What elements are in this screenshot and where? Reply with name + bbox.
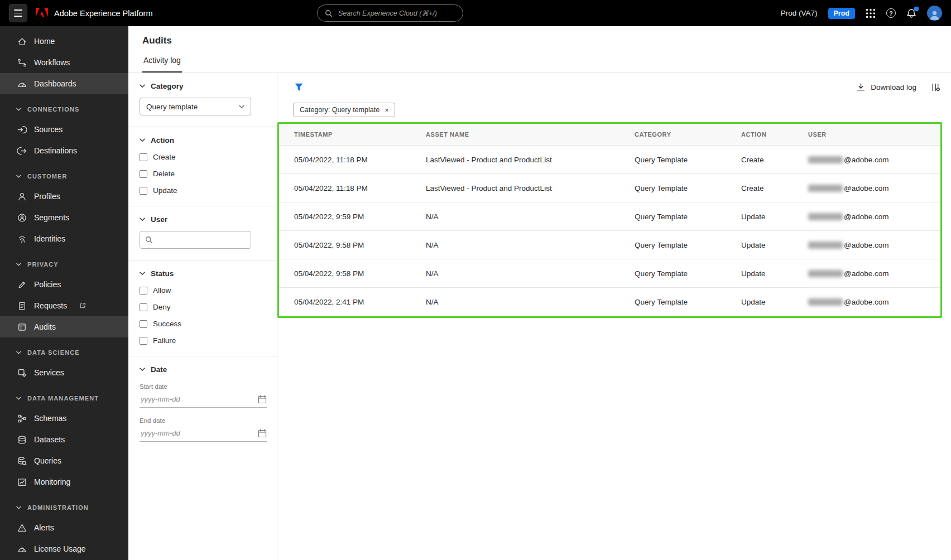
sidebar-item-segments[interactable]: Segments xyxy=(0,207,128,228)
redacted-username xyxy=(808,213,843,220)
column-header-action[interactable]: ACTION xyxy=(741,131,808,138)
sidebar-item-label: Audits xyxy=(34,322,56,331)
checkbox-box[interactable] xyxy=(140,320,147,328)
checkbox-box[interactable] xyxy=(140,153,147,161)
sidebar-item-monitoring[interactable]: Monitoring xyxy=(0,471,128,493)
global-search-input[interactable] xyxy=(337,9,455,18)
checkbox-failure[interactable]: Failure xyxy=(140,336,266,345)
checkbox-label: Delete xyxy=(153,170,175,178)
table-row[interactable]: 05/04/2022, 11:18 PM LastViewed - Produc… xyxy=(279,174,940,202)
global-search[interactable] xyxy=(317,4,463,22)
filter-section-label: Action xyxy=(151,136,174,144)
calendar-icon[interactable] xyxy=(258,429,267,438)
cell-timestamp: 05/04/2022, 2:41 PM xyxy=(279,298,426,306)
checkbox-box[interactable] xyxy=(140,303,147,311)
chevron-down-icon xyxy=(16,175,21,178)
sidebar-item-dashboards[interactable]: Dashboards xyxy=(0,73,128,94)
user-search-field[interactable] xyxy=(140,231,251,249)
end-date-field[interactable] xyxy=(140,425,267,442)
column-header-asset-name[interactable]: ASSET NAME xyxy=(426,131,635,138)
download-log-button[interactable]: Download log xyxy=(856,83,916,92)
sidebar-item-queries[interactable]: Queries xyxy=(0,450,128,471)
table-row[interactable]: 05/04/2022, 9:58 PM N/A Query Template U… xyxy=(279,231,940,259)
brand: Adobe Experience Platform xyxy=(36,8,153,18)
checkbox-delete[interactable]: Delete xyxy=(140,170,266,178)
sidebar-item-policies[interactable]: Policies xyxy=(0,274,128,295)
sidebar-section-customer[interactable]: CUSTOMER xyxy=(0,167,128,186)
sidebar-item-home[interactable]: Home xyxy=(0,31,128,52)
chevron-down-icon xyxy=(140,368,145,371)
sidebar-item-label: Identities xyxy=(34,234,65,243)
sidebar-item-license-usage[interactable]: License Usage xyxy=(0,538,128,559)
app-switcher-icon[interactable] xyxy=(866,8,876,18)
cell-user: @adobe.com xyxy=(808,298,940,306)
sidebar-section-administration[interactable]: ADMINISTRATION xyxy=(0,498,128,517)
filter-chip-label: Category: Query template xyxy=(300,106,380,114)
toolbar-right: Download log xyxy=(856,83,940,92)
sidebar-item-destinations[interactable]: Destinations xyxy=(0,140,128,161)
checkbox-box[interactable] xyxy=(140,287,147,295)
filter-section-status-header[interactable]: Status xyxy=(140,269,266,278)
checkbox-success[interactable]: Success xyxy=(140,320,266,328)
filter-section-user-header[interactable]: User xyxy=(140,215,266,224)
user-search-input[interactable] xyxy=(157,235,246,245)
redacted-username xyxy=(808,270,843,277)
checkbox-create[interactable]: Create xyxy=(140,153,266,161)
checkbox-box[interactable] xyxy=(140,170,147,178)
tab-activity-log[interactable]: Activity log xyxy=(142,56,182,73)
filter-section-action-header[interactable]: Action xyxy=(140,136,266,144)
sidebar-item-label: Workflows xyxy=(34,58,70,67)
sidebar-item-alerts[interactable]: Alerts xyxy=(0,517,128,538)
category-select[interactable]: Query template xyxy=(140,98,251,115)
sidebar-item-sources[interactable]: Sources xyxy=(0,119,128,140)
filter-section-category-header[interactable]: Category xyxy=(140,82,266,90)
table-row[interactable]: 05/04/2022, 2:41 PM N/A Query Template U… xyxy=(279,288,940,316)
sidebar-item-label: Sources xyxy=(34,125,63,134)
checkbox-update[interactable]: Update xyxy=(140,186,266,195)
table-header-row: TIMESTAMP ASSET NAME CATEGORY ACTION USE… xyxy=(279,124,940,146)
column-settings-icon[interactable] xyxy=(931,83,940,92)
sidebar-item-workflows[interactable]: Workflows xyxy=(0,52,128,73)
sidebar-section-privacy[interactable]: PRIVACY xyxy=(0,255,128,274)
sidebar-item-datasets[interactable]: Datasets xyxy=(0,429,128,450)
cell-timestamp: 05/04/2022, 11:18 PM xyxy=(279,156,426,164)
user-domain: @adobe.com xyxy=(844,269,889,278)
filter-funnel-icon[interactable] xyxy=(294,83,304,92)
close-icon[interactable]: × xyxy=(385,107,389,114)
checkbox-allow[interactable]: Allow xyxy=(140,286,266,295)
hamburger-menu-icon[interactable] xyxy=(9,4,27,22)
adobe-logo-icon xyxy=(36,8,48,18)
sidebar-item-requests[interactable]: Requests xyxy=(0,295,128,316)
help-icon[interactable]: ? xyxy=(886,8,896,18)
sidebar-item-schemas[interactable]: Schemas xyxy=(0,408,128,429)
column-header-user[interactable]: USER xyxy=(808,131,940,138)
sidebar-section-connections[interactable]: CONNECTIONS xyxy=(0,100,128,119)
sidebar-item-services[interactable]: Services xyxy=(0,362,128,383)
column-header-timestamp[interactable]: TIMESTAMP xyxy=(279,131,426,138)
cell-asset-name: N/A xyxy=(426,241,635,249)
checkbox-box[interactable] xyxy=(140,187,147,195)
home-icon xyxy=(17,37,27,46)
filter-section-date-header[interactable]: Date xyxy=(140,365,266,374)
start-date-field[interactable] xyxy=(140,391,267,408)
environment-badge[interactable]: Prod xyxy=(828,8,855,19)
end-date-input[interactable] xyxy=(140,428,229,438)
table-row[interactable]: 05/04/2022, 9:58 PM N/A Query Template U… xyxy=(279,259,940,288)
sidebar-section-data-science[interactable]: DATA SCIENCE xyxy=(0,343,128,362)
calendar-icon[interactable] xyxy=(258,395,267,404)
sidebar-item-profiles[interactable]: Profiles xyxy=(0,186,128,207)
checkbox-box[interactable] xyxy=(140,337,147,345)
column-header-category[interactable]: CATEGORY xyxy=(635,131,741,138)
filter-chip-category[interactable]: Category: Query template × xyxy=(293,103,395,117)
table-row[interactable]: 05/04/2022, 9:59 PM N/A Query Template U… xyxy=(279,202,940,231)
sidebar-section-data-management[interactable]: DATA MANAGEMENT xyxy=(0,389,128,408)
table-row[interactable]: 05/04/2022, 11:18 PM LastViewed - Produc… xyxy=(279,146,940,174)
start-date-input[interactable] xyxy=(140,394,229,404)
sidebar-item-audits[interactable]: Audits xyxy=(0,316,128,337)
checkbox-deny[interactable]: Deny xyxy=(140,303,266,311)
notifications-bell-icon[interactable] xyxy=(906,8,916,18)
user-domain: @adobe.com xyxy=(844,298,889,306)
sidebar-item-identities[interactable]: Identities xyxy=(0,228,128,249)
chevron-down-icon xyxy=(140,138,145,142)
avatar[interactable] xyxy=(927,6,942,21)
